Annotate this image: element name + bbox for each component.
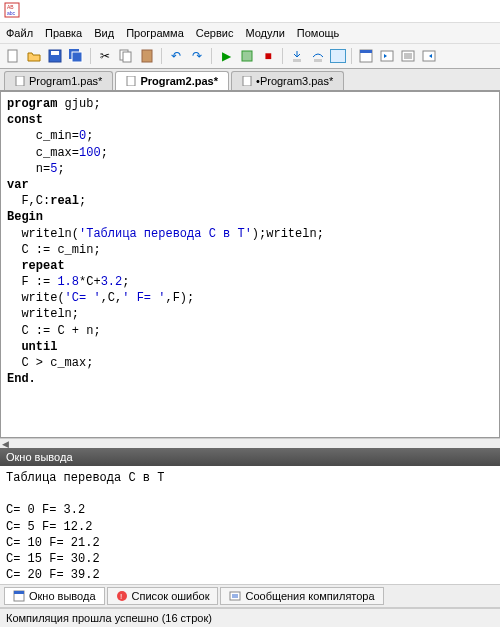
horizontal-scrollbar[interactable]: ◀ [0,438,500,448]
window-forward-icon[interactable] [420,47,438,65]
code-text: write( [7,291,65,305]
output-tab-label: Окно вывода [29,590,96,602]
stop-icon[interactable]: ■ [259,47,277,65]
svg-rect-20 [127,76,135,86]
toolbar-separator [161,48,162,64]
step-into-icon[interactable] [288,47,306,65]
code-keyword: until [7,340,57,354]
editor-tabs: Program1.pas* Program2.pas* •Program3.pa… [0,69,500,91]
output-window-icon [13,590,25,602]
svg-rect-21 [243,76,251,86]
code-text: ,C, [101,291,123,305]
code-text: n= [7,162,50,176]
new-file-icon[interactable] [4,47,22,65]
toolbar-separator [351,48,352,64]
file-icon [15,76,25,86]
redo-icon[interactable]: ↷ [188,47,206,65]
menu-program[interactable]: Программа [126,27,184,39]
output-tab-errors[interactable]: ! Список ошибок [107,587,219,605]
menu-view[interactable]: Вид [94,27,114,39]
svg-rect-12 [293,59,301,62]
code-number: 100 [79,146,101,160]
code-text: ,F); [165,291,194,305]
code-number: 3.2 [101,275,123,289]
tab-program3[interactable]: •Program3.pas* [231,71,344,90]
compile-icon[interactable] [238,47,256,65]
code-text: ; [86,129,93,143]
save-all-icon[interactable] [67,47,85,65]
compiler-messages-icon [229,590,241,602]
code-keyword: const [7,113,43,127]
window-back-icon[interactable] [378,47,396,65]
menu-help[interactable]: Помощь [297,27,340,39]
new-window-icon[interactable] [330,49,346,63]
svg-rect-26 [230,592,240,600]
code-keyword: var [7,178,29,192]
code-text: writeln; [7,307,79,321]
output-tab-compiler[interactable]: Сообщения компилятора [220,587,383,605]
tab-label: Program1.pas* [29,75,102,87]
menu-modules[interactable]: Модули [245,27,284,39]
output-line: C= 20 F= 39.2 [6,568,100,582]
output-line: C= 0 F= 3.2 [6,503,85,517]
cut-icon[interactable]: ✂ [96,47,114,65]
output-line: C= 15 F= 30.2 [6,552,100,566]
code-text: F,C: [7,194,50,208]
toolbar: ✂ ↶ ↷ ▶ ■ [0,44,500,69]
output-line: C= 10 F= 21.2 [6,536,100,550]
svg-text:abc: abc [7,10,16,16]
menubar: Файл Правка Вид Программа Сервис Модули … [0,23,500,44]
step-over-icon[interactable] [309,47,327,65]
svg-text:!: ! [120,592,122,601]
code-text: ; [79,194,86,208]
tab-label: •Program3.pas* [256,75,333,87]
file-icon [126,76,136,86]
copy-icon[interactable] [117,47,135,65]
svg-rect-15 [360,50,372,53]
svg-rect-9 [123,52,131,62]
svg-rect-3 [8,50,17,62]
scroll-left-icon[interactable]: ◀ [2,439,9,449]
code-editor[interactable]: program gjub; const c_min=0; c_max=100; … [0,91,500,438]
svg-rect-10 [142,50,152,62]
open-folder-icon[interactable] [25,47,43,65]
statusbar: Компиляция прошла успешно (16 строк) [0,608,500,627]
code-text: F := [7,275,57,289]
menu-service[interactable]: Сервис [196,27,234,39]
undo-icon[interactable]: ↶ [167,47,185,65]
svg-rect-13 [314,59,322,62]
code-text: c_min= [7,129,79,143]
code-text: C := c_min; [7,243,101,257]
code-text: writeln( [7,227,79,241]
output-tabs: Окно вывода ! Список ошибок Сообщения ко… [0,584,500,608]
menu-file[interactable]: Файл [6,27,33,39]
code-type: real [50,194,79,208]
svg-rect-7 [72,52,82,62]
paste-icon[interactable] [138,47,156,65]
tab-program1[interactable]: Program1.pas* [4,71,113,90]
output-line: C= 5 F= 12.2 [6,520,92,534]
svg-rect-23 [14,591,24,594]
code-text: ; [57,162,64,176]
app-icon-bar: ABabc [0,0,500,23]
tab-program2[interactable]: Program2.pas* [115,71,229,90]
code-text: gjub; [57,97,100,111]
output-panel[interactable]: Таблица перевода C в T C= 0 F= 3.2 C= 5 … [0,466,500,584]
output-tab-output[interactable]: Окно вывода [4,587,105,605]
output-tab-label: Список ошибок [132,590,210,602]
output-tab-label: Сообщения компилятора [245,590,374,602]
code-text: );writeln; [252,227,324,241]
code-keyword: Begin [7,210,43,224]
run-icon[interactable]: ▶ [217,47,235,65]
menu-edit[interactable]: Правка [45,27,82,39]
save-icon[interactable] [46,47,64,65]
code-text: ; [122,275,129,289]
code-text: c_max= [7,146,79,160]
window-list-icon[interactable] [399,47,417,65]
code-keyword: End. [7,372,36,386]
code-text: C := C + n; [7,324,101,338]
svg-rect-19 [16,76,24,86]
form-icon[interactable] [357,47,375,65]
file-icon [242,76,252,86]
output-line: Таблица перевода C в T [6,471,164,485]
